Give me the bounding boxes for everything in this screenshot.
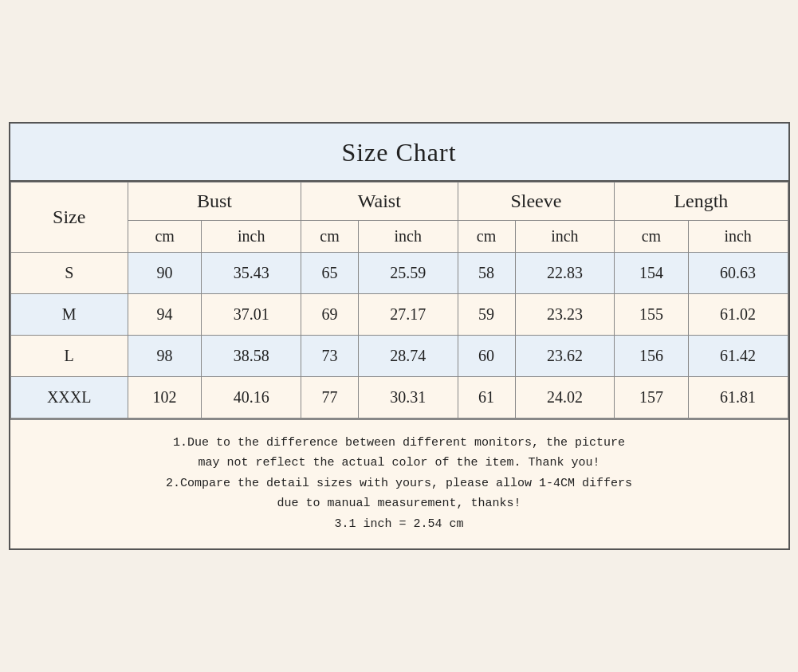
length-cm-cell: 154	[615, 252, 688, 293]
waist-header: Waist	[301, 182, 458, 220]
table-wrapper: Size Bust Waist Sleeve Length cm inch cm…	[10, 180, 788, 419]
table-row: L 98 38.58 73 28.74 60 23.62 156 61.42	[10, 335, 788, 376]
bust-inch-cell: 37.01	[202, 293, 301, 335]
bust-cm-cell: 94	[128, 293, 201, 335]
length-inch-cell: 61.42	[688, 335, 788, 376]
table-row: XXXL 102 40.16 77 30.31 61 24.02 157 61.…	[10, 376, 788, 418]
sleeve-cm-cell: 59	[458, 293, 515, 335]
waist-inch-header: inch	[358, 220, 458, 252]
sleeve-cm-header: cm	[458, 220, 515, 252]
note-line5: 3.1 inch = 2.54 cm	[26, 514, 772, 535]
sleeve-cm-cell: 58	[458, 252, 515, 293]
size-cell: L	[10, 335, 128, 376]
sleeve-inch-header: inch	[515, 220, 615, 252]
size-cell: M	[10, 293, 128, 335]
waist-cm-header: cm	[301, 220, 359, 252]
bust-inch-cell: 38.58	[202, 335, 301, 376]
waist-cm-cell: 69	[301, 293, 359, 335]
sleeve-inch-cell: 23.62	[515, 335, 615, 376]
waist-cm-cell: 77	[301, 376, 359, 418]
length-inch-cell: 61.81	[688, 376, 788, 418]
bust-inch-cell: 35.43	[202, 252, 301, 293]
bust-inch-cell: 40.16	[202, 376, 301, 418]
length-inch-cell: 61.02	[688, 293, 788, 335]
note-line1: 1.Due to the difference between differen…	[26, 433, 772, 454]
size-table: Size Bust Waist Sleeve Length cm inch cm…	[10, 182, 788, 419]
size-cell: XXXL	[10, 376, 128, 418]
length-cm-cell: 155	[615, 293, 688, 335]
table-row: S 90 35.43 65 25.59 58 22.83 154 60.63	[10, 252, 788, 293]
waist-cm-cell: 73	[301, 335, 359, 376]
bust-header: Bust	[128, 182, 301, 220]
length-inch-cell: 60.63	[688, 252, 788, 293]
bust-cm-header: cm	[128, 220, 201, 252]
sleeve-cm-cell: 60	[458, 335, 515, 376]
waist-inch-cell: 30.31	[358, 376, 458, 418]
waist-inch-cell: 27.17	[358, 293, 458, 335]
length-header: Length	[615, 182, 788, 220]
waist-inch-cell: 25.59	[358, 252, 458, 293]
length-inch-header: inch	[688, 220, 788, 252]
bust-cm-cell: 98	[128, 335, 201, 376]
bust-cm-cell: 90	[128, 252, 201, 293]
size-chart-container: Size Chart Size Bust Waist Sleeve Length…	[9, 122, 790, 551]
bust-inch-header: inch	[202, 220, 301, 252]
note-line2: may not reflect the actual color of the …	[26, 453, 772, 474]
sleeve-cm-cell: 61	[458, 376, 515, 418]
table-row: M 94 37.01 69 27.17 59 23.23 155 61.02	[10, 293, 788, 335]
waist-cm-cell: 65	[301, 252, 359, 293]
notes-section: 1.Due to the difference between differen…	[10, 419, 788, 549]
length-cm-cell: 157	[615, 376, 688, 418]
bust-cm-cell: 102	[128, 376, 201, 418]
sleeve-inch-cell: 23.23	[515, 293, 615, 335]
sleeve-inch-cell: 24.02	[515, 376, 615, 418]
sleeve-inch-cell: 22.83	[515, 252, 615, 293]
note-line3: 2.Compare the detail sizes with yours, p…	[26, 474, 772, 494]
chart-title: Size Chart	[10, 124, 788, 180]
size-cell: S	[10, 252, 128, 293]
waist-inch-cell: 28.74	[358, 335, 458, 376]
note-line4: due to manual measurement, thanks!	[26, 493, 772, 514]
sleeve-header: Sleeve	[458, 182, 615, 220]
size-header: Size	[10, 182, 128, 252]
length-cm-header: cm	[615, 220, 688, 252]
length-cm-cell: 156	[615, 335, 688, 376]
